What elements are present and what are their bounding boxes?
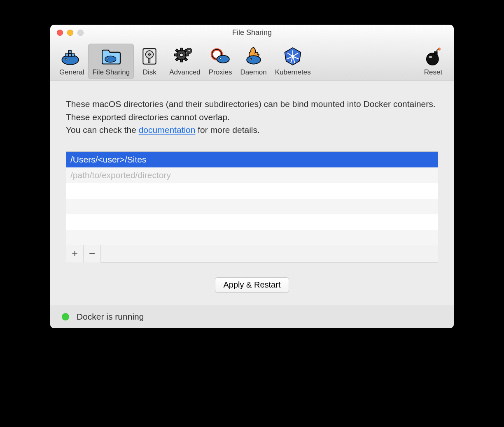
tab-label: File Sharing	[92, 68, 130, 77]
svg-point-10	[149, 53, 151, 56]
directory-row-empty[interactable]	[66, 183, 438, 199]
remove-button[interactable]: −	[84, 245, 101, 262]
svg-rect-16	[186, 54, 189, 56]
tab-advanced[interactable]: Advanced	[165, 44, 205, 79]
svg-rect-1	[65, 53, 68, 56]
svg-point-26	[217, 55, 229, 63]
tab-proxies[interactable]: Proxies	[205, 44, 236, 79]
description-text: These macOS directories (and their subdi…	[66, 97, 438, 137]
whale-flame-icon	[243, 45, 265, 67]
svg-point-41	[429, 56, 432, 58]
toolbar: General File Sharing Disk	[50, 41, 454, 81]
directory-row-empty[interactable]	[66, 214, 438, 230]
tab-label: Disk	[143, 68, 156, 77]
titlebar: File Sharing	[50, 25, 454, 41]
directory-list: /Users/<user>/Sites /path/to/exported/di…	[66, 151, 438, 262]
svg-point-23	[188, 50, 190, 52]
tab-label: Daemon	[240, 68, 267, 77]
tab-label: Advanced	[169, 68, 201, 77]
svg-rect-4	[69, 51, 72, 53]
status-indicator-icon	[62, 313, 69, 320]
directory-row-selected[interactable]: /Users/<user>/Sites	[66, 152, 438, 167]
add-button[interactable]: +	[66, 245, 84, 262]
svg-point-21	[180, 53, 183, 56]
tab-reset[interactable]: Reset	[418, 44, 449, 79]
documentation-link[interactable]: documentation	[139, 125, 196, 135]
svg-point-27	[219, 58, 221, 59]
directory-row-placeholder[interactable]: /path/to/exported/directory	[66, 167, 438, 183]
bomb-icon	[422, 45, 444, 67]
window-title: File Sharing	[50, 28, 454, 37]
gears-icon	[174, 45, 196, 67]
tab-disk[interactable]: Disk	[134, 44, 165, 79]
svg-point-5	[65, 58, 67, 60]
directory-row-empty[interactable]	[66, 199, 438, 214]
svg-rect-15	[175, 54, 177, 56]
whale-lifesaver-icon	[209, 45, 231, 67]
status-text: Docker is running	[77, 312, 144, 322]
disk-icon	[138, 45, 161, 67]
apply-restart-button[interactable]: Apply & Restart	[215, 277, 289, 292]
content-area: These macOS directories (and their subdi…	[50, 81, 454, 305]
list-footer: + −	[66, 245, 438, 262]
folder-whale-icon	[100, 45, 122, 67]
svg-point-7	[107, 58, 108, 59]
tab-label: General	[59, 68, 84, 77]
tab-label: Proxies	[209, 68, 232, 77]
svg-point-6	[105, 56, 116, 62]
tab-label: Reset	[424, 68, 442, 77]
svg-rect-14	[180, 59, 182, 62]
tab-file-sharing[interactable]: File Sharing	[88, 44, 134, 79]
svg-rect-13	[180, 48, 182, 51]
svg-rect-2	[69, 53, 72, 56]
svg-point-29	[250, 58, 252, 60]
tab-daemon[interactable]: Daemon	[236, 44, 271, 79]
status-bar: Docker is running	[50, 305, 454, 328]
tab-label: Kubernetes	[275, 68, 311, 77]
whale-icon	[61, 45, 83, 67]
svg-rect-40	[434, 52, 437, 55]
kubernetes-icon	[282, 45, 304, 67]
svg-rect-3	[72, 53, 75, 56]
tab-general[interactable]: General	[55, 44, 88, 79]
svg-point-28	[247, 56, 261, 64]
preferences-window: File Sharing General	[50, 25, 454, 328]
tab-kubernetes[interactable]: Kubernetes	[271, 44, 315, 79]
svg-rect-11	[148, 58, 150, 63]
directory-row-empty[interactable]	[66, 230, 438, 246]
